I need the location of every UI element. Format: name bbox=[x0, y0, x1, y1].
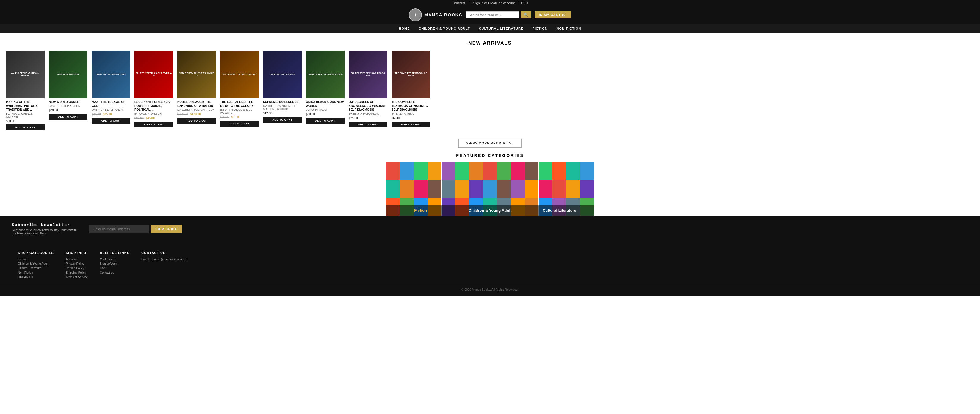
cat-book-cell bbox=[539, 180, 552, 197]
product-author: By: JOHN MASON bbox=[306, 109, 328, 111]
footer-link[interactable]: Cultural Literature bbox=[18, 267, 54, 270]
footer: SHOP CATEGORIESFictionChildren & Young A… bbox=[0, 242, 980, 285]
newsletter-email-input[interactable] bbox=[89, 225, 149, 233]
footer-link[interactable]: Email: Contact@mansabooks.com bbox=[141, 257, 187, 261]
nav-nonfiction[interactable]: NON-FICTION bbox=[556, 27, 581, 30]
footer-column: SHOP CATEGORIESFictionChildren & Young A… bbox=[18, 251, 54, 280]
cat-book-cell bbox=[442, 162, 455, 180]
newsletter-description: Subscribe for our Newsletter to stay upd… bbox=[12, 229, 77, 235]
wishlist-link[interactable]: Wishlist bbox=[454, 1, 465, 5]
cat-book-cell bbox=[455, 162, 469, 180]
footer-link[interactable]: Shipping Policy bbox=[66, 271, 88, 274]
cat-book-cell bbox=[414, 180, 428, 197]
add-to-cart-button[interactable]: ADD TO CART bbox=[134, 121, 173, 128]
cat-book-cell bbox=[400, 180, 414, 197]
product-image: NEW WORLD ORDER bbox=[49, 51, 88, 98]
cat-book-cell bbox=[483, 162, 497, 180]
book-cover-label: SUPREME 120 LESSONS bbox=[263, 51, 302, 98]
product-price: $12.00 bbox=[263, 112, 272, 115]
footer-col-title: CONTACT US bbox=[141, 251, 187, 255]
new-price: $45.00 bbox=[145, 117, 155, 120]
add-to-cart-button[interactable]: ADD TO CART bbox=[177, 118, 216, 124]
footer-link[interactable]: Children & Young Adult bbox=[18, 262, 54, 265]
add-to-cart-button[interactable]: ADD TO CART bbox=[49, 114, 88, 120]
product-title: 360 DEGREES OF KNOWLEDGE & WISDOM SELF D… bbox=[349, 100, 387, 112]
main-nav: HOME CHILDREN & YOUNG ADULT CULTURAL LIT… bbox=[0, 24, 980, 34]
add-to-cart-button[interactable]: ADD TO CART bbox=[92, 118, 130, 124]
new-price: $15.00 bbox=[231, 115, 240, 119]
footer-column: HELPFUL LINKSMy AccountSign up/LoginCart… bbox=[100, 251, 129, 280]
add-to-cart-button[interactable]: ADD TO CART bbox=[263, 117, 302, 123]
footer-link[interactable]: Terms of Service bbox=[66, 275, 88, 279]
add-to-cart-button[interactable]: ADD TO CART bbox=[306, 118, 345, 124]
add-to-cart-button[interactable]: ADD TO CART bbox=[6, 125, 45, 131]
footer-link[interactable]: My Account bbox=[100, 257, 129, 261]
add-to-cart-button[interactable]: ADD TO CART bbox=[349, 121, 387, 128]
product-price: $25.00 bbox=[349, 117, 358, 120]
product-image: SUPREME 120 LESSONS bbox=[263, 51, 302, 98]
product-title: MAAT THE 11 LAWS OF GOD bbox=[92, 100, 130, 108]
product-image: MAAT THE 11 LAWS OF GOD bbox=[92, 51, 130, 98]
add-to-cart-button[interactable]: ADD TO CART bbox=[391, 121, 430, 128]
search-button[interactable]: 🔍 bbox=[521, 11, 531, 18]
nav-cultural[interactable]: CULTURAL LITERATURE bbox=[479, 27, 523, 30]
logo-icon: ✦ bbox=[409, 8, 422, 21]
cat-book-cell bbox=[581, 162, 594, 180]
footer-column: CONTACT USEmail: Contact@mansabooks.com bbox=[141, 251, 187, 280]
footer-col-title: HELPFUL LINKS bbox=[100, 251, 129, 255]
product-price: $60.00 bbox=[391, 117, 401, 120]
footer-bottom: © 2020 Mansa Books. All Rights Reserved. bbox=[0, 285, 980, 296]
book-cover-label: NEW WORLD ORDER bbox=[49, 51, 88, 98]
cart-button[interactable]: IN MY CART (0) bbox=[535, 11, 571, 18]
footer-link[interactable]: Fiction bbox=[18, 257, 54, 261]
footer-link[interactable]: Contact us bbox=[100, 271, 129, 274]
footer-link[interactable]: URBAN LIT bbox=[18, 275, 54, 279]
footer-link[interactable]: Refund Policy bbox=[66, 267, 88, 270]
product-image: THE COMPLETE TEXTBOOK OF HOLIS bbox=[391, 51, 430, 98]
cat-book-cell bbox=[455, 180, 469, 197]
featured-categories-section: FEATURED CATEGORIES Fiction bbox=[0, 153, 980, 216]
product-card: NEW WORLD ORDER NEW WORLD ORDER By: A RA… bbox=[49, 51, 88, 131]
product-price: $30.00 bbox=[306, 113, 315, 116]
nav-fiction[interactable]: FICTION bbox=[532, 27, 547, 30]
old-price: $20.00 bbox=[220, 115, 229, 119]
book-cover-label: THE ISIS PAPERS: THE KEYS TO T bbox=[220, 51, 259, 98]
product-author: By: RA UN NEFER AMEN bbox=[92, 109, 123, 111]
search-wrap: 🔍 bbox=[466, 11, 531, 18]
product-card: SUPREME 120 LESSONS SUPREME 120 LESSONS … bbox=[263, 51, 302, 131]
product-title: ORISA BLACK GODS NEW WORLD bbox=[306, 100, 345, 108]
new-price: $35.00 bbox=[103, 113, 112, 116]
subscribe-button[interactable]: SUBSCRIBE bbox=[151, 225, 182, 233]
footer-link[interactable]: About us bbox=[66, 257, 88, 261]
cat-book-cell bbox=[552, 180, 566, 197]
product-title: BLUEPRINT FOR BLACK POWER: A MORAL, POLI… bbox=[134, 100, 173, 112]
category-fiction[interactable]: Fiction bbox=[386, 162, 455, 216]
footer-link[interactable]: Non-Fiction bbox=[18, 271, 54, 274]
add-to-cart-button[interactable]: ADD TO CART bbox=[220, 121, 259, 126]
newsletter-form: SUBSCRIBE bbox=[89, 225, 182, 233]
footer-link[interactable]: Sign up/Login bbox=[100, 262, 129, 265]
search-input[interactable] bbox=[466, 11, 519, 18]
nav-children[interactable]: CHILDREN & YOUNG ADULT bbox=[418, 27, 470, 30]
fiction-label: Fiction bbox=[386, 205, 455, 216]
category-cultural[interactable]: Cultural Literature bbox=[525, 162, 594, 216]
product-card: ORISA BLACK GODS NEW WORLD ORISA BLACK G… bbox=[306, 51, 345, 131]
footer-link[interactable]: Cart bbox=[100, 267, 129, 270]
newsletter-section: Subscribe Newsletter Subscribe for our N… bbox=[0, 216, 980, 242]
products-outer: MAKING OF THE WHITEMAN: HISTOR MAKING OF… bbox=[0, 51, 980, 133]
product-card: MAKING OF THE WHITEMAN: HISTOR MAKING OF… bbox=[6, 51, 45, 131]
products-row: MAKING OF THE WHITEMAN: HISTOR MAKING OF… bbox=[6, 51, 974, 133]
product-title: MAKING OF THE WHITEMAN: HISTORY, TRADITI… bbox=[6, 100, 45, 112]
product-author: By: THE DEPARTMENT OF SUPREME WISDOM bbox=[263, 104, 302, 110]
category-children[interactable]: Children & Young Adult bbox=[455, 162, 525, 216]
nav-home[interactable]: HOME bbox=[399, 27, 410, 30]
product-price: $20.00 $15.00 bbox=[220, 115, 240, 119]
footer-link[interactable]: Privacy Policy bbox=[66, 262, 88, 265]
product-price: $49.00 $35.00 bbox=[92, 113, 112, 116]
cat-book-cell bbox=[525, 162, 538, 180]
show-more-button[interactable]: SHOW MORE PRODUCTS . bbox=[458, 139, 521, 148]
cat-book-cell bbox=[483, 180, 497, 197]
book-cover-label: NOBLE DREW ALI: THE EXHUMING O bbox=[177, 51, 216, 98]
sign-in-link[interactable]: Sign in or Create an account bbox=[473, 1, 515, 5]
new-price: $120.00 bbox=[190, 113, 201, 116]
